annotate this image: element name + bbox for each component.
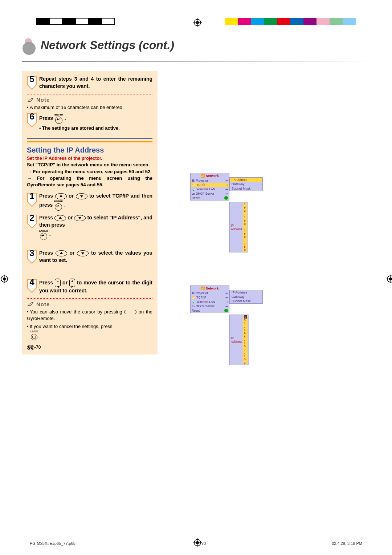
ip-display-2: IP Address 1 9 2 . 1 6 8 . 1 5 7 . 1 5 2 <box>229 315 249 365</box>
osd-submenu-1: IP Address Gateway Subnet Mask <box>229 177 263 191</box>
menu-item-reset: Reset <box>191 308 229 313</box>
submenu-gateway: Gateway <box>230 295 262 299</box>
step-4-text: Press −◂ or +▸ to move the cursor to the… <box>39 279 152 295</box>
registration-target-top <box>193 18 199 24</box>
dpad-down-icon <box>74 215 86 221</box>
step-6-period: . <box>65 115 66 121</box>
footer-time: 02.4.29, 3:18 PM <box>332 541 362 546</box>
note-5-text: •A maximum of 16 characters can be enter… <box>27 104 152 111</box>
left-arrow-button-icon: −◂ <box>55 279 61 287</box>
menu-item-tcpip: 📁 TCP/IP➔ <box>191 295 229 300</box>
title-ornament <box>22 36 37 54</box>
enter-button-icon <box>40 233 47 240</box>
step-marker-2: 2 <box>27 214 37 229</box>
osd-menu-1: 📶 Network 🖥 Projector➔ 📁 TCP/IP➔ 📡 Wirel… <box>190 173 229 200</box>
step-5-text: Repeat steps 3 and 4 to enter the remain… <box>39 76 152 90</box>
dpad-up-icon <box>56 250 67 256</box>
step-6-subtext: The settings are stored and active. <box>42 125 120 131</box>
step-marker-6: 6 <box>27 113 37 127</box>
footer-row: PG-M25X#E#p65_77.p65 70 02.4.29, 3:18 PM <box>30 541 362 546</box>
menu-item-wlan: 📡 Wireless LAN➔ <box>191 300 229 304</box>
screenshot-column: 📶 Network 🖥 Projector➔ 📁 TCP/IP➔ 📡 Wirel… <box>172 71 370 355</box>
enter-button-icon <box>55 117 62 124</box>
section-para-2b: → For operating the menu screen using th… <box>27 175 152 188</box>
note-icon <box>27 97 34 103</box>
right-arrow-button-icon: +▸ <box>69 279 75 287</box>
registration-target-left <box>0 275 6 280</box>
step-1-text: Press or to select TCP/IP and then press… <box>39 193 152 211</box>
menu-item-dhcp: 🗂 DHCP Server➔ <box>191 304 229 308</box>
page-num-value: -70 <box>34 345 41 350</box>
registration-target-right <box>386 275 392 280</box>
submenu-gateway: Gateway <box>230 182 262 186</box>
dpad-down-icon <box>76 193 87 199</box>
note-heading: Note <box>27 301 152 307</box>
step-3-text: Press or to select the values you want t… <box>39 250 152 264</box>
note-icon <box>27 301 34 307</box>
menu-item-reset: Reset <box>191 196 229 200</box>
step-number: 5 <box>27 74 37 84</box>
note-heading: Note <box>27 97 152 103</box>
footer-file: PG-M25X#E#p65_77.p65 <box>30 541 75 546</box>
dpad-up-icon <box>54 215 66 221</box>
title-underline <box>22 61 370 62</box>
osd-menu-2: 📶 Network 🖥 Projector➔ 📁 TCP/IP➔ 📡 Wirel… <box>190 285 229 313</box>
menu-item-dhcp: 🗂 DHCP Server➔ <box>191 191 229 196</box>
section-subheading: Set the IP Address of the projector. <box>27 156 152 161</box>
submenu-ip: IP Address <box>230 178 262 182</box>
separator-dots <box>27 94 152 94</box>
step-6-text: Press ENTER . •The settings are stored a… <box>39 113 120 133</box>
ip-display-1: IP Address 1 9 2 . 1 6 8 . 1 5 0 . 1 5 0 <box>229 202 248 252</box>
step-number: 6 <box>27 112 37 122</box>
undo-button-icon <box>31 334 37 340</box>
language-badge: GB <box>27 345 34 350</box>
bw-registration-bar <box>36 18 115 25</box>
section-heading: Setting the IP Address <box>27 146 152 154</box>
step-marker-4: 4 <box>27 279 37 293</box>
section-para-2a: → For operating the menu screen, see pag… <box>27 169 152 175</box>
color-registration-bar <box>225 18 356 25</box>
submenu-subnet: Subnet Mask <box>230 299 262 303</box>
menu-item-projector: 🖥 Projector➔ <box>191 178 229 183</box>
step-marker-5: 5 <box>27 76 37 90</box>
dpad-down-icon <box>77 250 89 256</box>
note-label: Note <box>36 97 50 103</box>
instruction-column: 5 Repeat steps 3 and 4 to enter the rema… <box>22 71 158 355</box>
footer-page: 70 <box>201 541 206 546</box>
step-marker-1: 1 <box>27 193 37 207</box>
menu-title: 📶 Network <box>191 173 229 178</box>
dpad-up-icon <box>55 193 67 199</box>
menu-item-wlan: 📡 Wireless LAN➔ <box>191 187 229 191</box>
menu-item-tcpip: 📁 TCP/IP➔ <box>191 183 229 187</box>
step-marker-3: 3 <box>27 250 37 264</box>
step-6-press: Press <box>39 115 54 121</box>
step-2-text: Press or to select "IP Address", and the… <box>39 214 152 240</box>
enter-label: ENTER <box>54 113 63 117</box>
menu-item-projector: 🖥 Projector➔ <box>191 291 229 295</box>
submenu-subnet: Subnet Mask <box>230 186 262 191</box>
note-label: Note <box>36 301 50 307</box>
enter-button-icon <box>55 203 62 211</box>
menu-title: 📶 Network <box>191 286 229 291</box>
page-number: GB-70 <box>27 345 152 350</box>
page-title: Network Settings (cont.) <box>41 39 174 52</box>
gyro-volume-button-icon <box>124 310 136 314</box>
submenu-ip: IP Address <box>230 290 262 295</box>
note-4a: •You can also move the cursor by pressin… <box>27 309 152 322</box>
separator-dots <box>27 298 152 299</box>
osd-submenu-2: IP Address Gateway Subnet Mask <box>229 290 263 304</box>
section-para-1: Set "TCP/IP" in the network menu on the … <box>27 162 152 168</box>
note-5-content: A maximum of 16 characters can be entere… <box>30 105 122 110</box>
section-divider-bar <box>27 138 152 142</box>
note-4b: •If you want to cancel the settings, pre… <box>27 323 152 340</box>
